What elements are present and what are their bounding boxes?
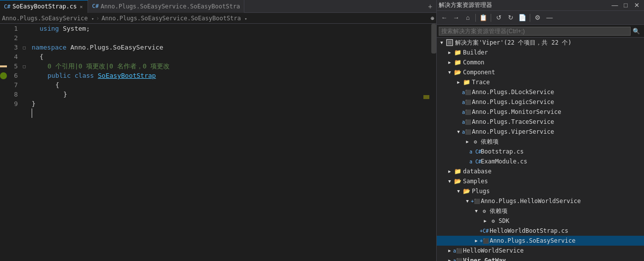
se-float-btn[interactable]: □ — [620, 0, 631, 11]
tree-viper-deps[interactable]: ▶ ⚙ 依赖项 — [437, 137, 644, 147]
tree-logicservice[interactable]: a⬛ Anno.Plugs.LogicService — [437, 97, 644, 107]
trace-svc-expander[interactable] — [455, 118, 462, 126]
line-num-2: 2 — [7, 34, 21, 42]
tree-dlockservice[interactable]: a⬛ Anno.Plugs.DLockService — [437, 87, 644, 97]
margin-6-green — [0, 72, 7, 79]
tree-soeasymain[interactable]: ▶ +⬛ Anno.Plugs.SoEasyService — [437, 236, 644, 246]
scrollbar-track[interactable] — [431, 24, 436, 261]
minimap-viewport — [423, 95, 429, 99]
brace-close-9: } — [32, 99, 36, 108]
se-sync-btn[interactable]: ↻ — [505, 12, 516, 23]
se-close-btn[interactable]: ✕ — [631, 0, 642, 11]
se-props-btn[interactable]: 📋 — [478, 12, 489, 23]
plain-6b — [94, 71, 98, 80]
scrollbar-thumb[interactable] — [431, 24, 436, 53]
tree-bootstrap-cs[interactable]: a C# Bootstrap.cs — [437, 147, 644, 157]
cs-proj-icon-vgw: a⬛ — [454, 257, 461, 261]
cs-proj-icon-hello: +⬛ — [471, 197, 479, 205]
tree-helloworldsvc[interactable]: ▶ a⬛ HelloWorldService — [437, 246, 644, 256]
plain-6a — [71, 71, 75, 80]
fold-icon-3[interactable]: □ — [21, 45, 28, 50]
trace-label: Trace — [470, 79, 490, 86]
se-back-btn[interactable]: ← — [439, 12, 450, 23]
tree-viperservice[interactable]: ▼ a⬛ Anno.Plugs.ViperService — [437, 127, 644, 137]
tab-close-btn[interactable]: ✕ — [79, 4, 84, 9]
hello-deps-expander[interactable]: ▼ — [472, 207, 480, 215]
tree-component[interactable]: ▼ 📂 Component — [437, 67, 644, 77]
editor-scrollbar[interactable] — [429, 24, 436, 261]
tree-monitorservice[interactable]: a⬛ Anno.Plugs.MonitorService — [437, 107, 644, 117]
monitor-expander[interactable] — [455, 108, 462, 116]
cs-proj-icon-monitor: a⬛ — [462, 108, 470, 116]
vgw-expander[interactable]: ▶ — [446, 257, 454, 261]
monitor-label: Anno.Plugs.MonitorService — [470, 108, 561, 115]
root-expander[interactable]: ▼ — [438, 39, 446, 47]
tree-vipergetway[interactable]: ▶ a⬛ Viper.GetWay — [437, 256, 644, 261]
samples-expander[interactable]: ▼ — [446, 177, 454, 185]
tree-root[interactable]: ▼ 解决方案'Viper'(22 个项目，共 22 个) — [437, 38, 644, 48]
hwsvc-expander[interactable]: ▶ — [446, 247, 454, 255]
sdk-label: SDK — [497, 217, 509, 224]
se-refresh-btn[interactable]: ↺ — [493, 12, 504, 23]
tree-common[interactable]: ▶ 📁 Common — [437, 57, 644, 67]
brace-open-4: { — [40, 52, 44, 61]
viper-expander[interactable]: ▼ — [455, 128, 462, 136]
margin-4 — [0, 52, 7, 61]
soeasy-expander[interactable]: ▶ — [472, 237, 480, 245]
tree-traceservice[interactable]: a⬛ Anno.Plugs.TraceService — [437, 117, 644, 127]
toolbar-sep-2 — [491, 14, 491, 22]
tree-plugs[interactable]: ▼ 📂 Plugs — [437, 186, 644, 196]
se-pin-btn[interactable]: — — [609, 0, 620, 11]
cursor-line — [32, 108, 36, 118]
gutter-line-4: 4 — [0, 52, 28, 61]
toolbar-sep-3 — [530, 14, 530, 22]
se-settings-btn[interactable]: ⚙ — [532, 12, 543, 23]
tree-samples[interactable]: ▼ 📂 Samples — [437, 176, 644, 186]
fold-icon-5[interactable]: □ — [21, 64, 28, 69]
breadcrumb-left[interactable]: Anno.Plugs.SoEasyService ▾ — [2, 15, 94, 22]
component-expander[interactable]: ▼ — [446, 68, 454, 76]
tree-database[interactable]: ▶ 📁 database — [437, 166, 644, 176]
plugs-label: Plugs — [470, 188, 490, 195]
new-tab-btn[interactable]: + — [424, 2, 436, 10]
viper-deps-expander[interactable]: ▶ — [463, 138, 471, 146]
tree-helloworldservice[interactable]: ▼ +⬛ Anno.Plugs.HelloWorldService — [437, 196, 644, 206]
common-expander[interactable]: ▶ — [446, 58, 454, 66]
class-name-link[interactable]: SoEasyBootStrap — [98, 71, 156, 80]
se-titlebar: 解决方案资源管理器 — □ ✕ — [437, 0, 644, 11]
sdk-expander[interactable]: ▶ — [481, 217, 489, 225]
hwbs-expander[interactable] — [472, 227, 480, 235]
exammodule-cs-label: ExamModule.cs — [479, 158, 527, 165]
tree-exammodule-cs[interactable]: a C# ExamModule.cs — [437, 157, 644, 166]
tab-breadcrumb[interactable]: C# Anno.Plugs.SoEasyService.SoEasyBootSt… — [88, 0, 244, 13]
logic-label: Anno.Plugs.LogicService — [470, 99, 554, 105]
se-home-btn[interactable]: ⌂ — [462, 12, 473, 23]
tab-soeasymain[interactable]: C# SoEasyBootStrap.cs ✕ — [0, 0, 88, 13]
se-fwd-btn[interactable]: → — [451, 12, 461, 23]
se-new-btn[interactable]: 📄 — [517, 12, 528, 23]
se-collapse-btn[interactable]: — — [544, 12, 555, 23]
trace-expander[interactable]: ▶ — [455, 78, 462, 86]
tree-builder[interactable]: ▶ 📁 Builder — [437, 48, 644, 57]
tree-hello-deps[interactable]: ▼ ⚙ 依赖项 — [437, 206, 644, 216]
logic-expander[interactable] — [455, 98, 462, 106]
se-search-input[interactable] — [439, 27, 631, 36]
plugs-expander[interactable]: ▼ — [455, 187, 462, 195]
viper-label: Anno.Plugs.ViperService — [470, 128, 554, 135]
builder-expander[interactable]: ▶ — [446, 49, 454, 56]
root-label: 解决方案'Viper'(22 个项目，共 22 个) — [454, 39, 572, 47]
tree-trace[interactable]: ▶ 📁 Trace — [437, 77, 644, 87]
code-line-5: 0 个引用|0 项更改|0 名作者，0 项更改 — [32, 61, 419, 71]
breadcrumb-right[interactable]: Anno.Plugs.SoEasyService.SoEasyBootStra … — [101, 15, 247, 22]
search-icon[interactable]: 🔍 — [631, 28, 642, 35]
tree-sdk[interactable]: ▶ ⚙ SDK — [437, 216, 644, 226]
dlock-expander[interactable] — [455, 88, 462, 96]
scroll-right-btn[interactable]: ⊕ — [431, 15, 434, 22]
code-content[interactable]: using System; namespace Anno.Plugs.SoEas… — [28, 24, 423, 261]
tree-helloworldbootstrap-cs[interactable]: +C# HelloWorldBootStrap.cs — [437, 226, 644, 236]
brace-close-8: } — [63, 90, 67, 99]
builder-label: Builder — [461, 49, 488, 56]
sdk-icon: ⚙ — [489, 217, 497, 225]
db-expander[interactable]: ▶ — [446, 167, 454, 175]
hello-expander[interactable]: ▼ — [463, 197, 471, 205]
